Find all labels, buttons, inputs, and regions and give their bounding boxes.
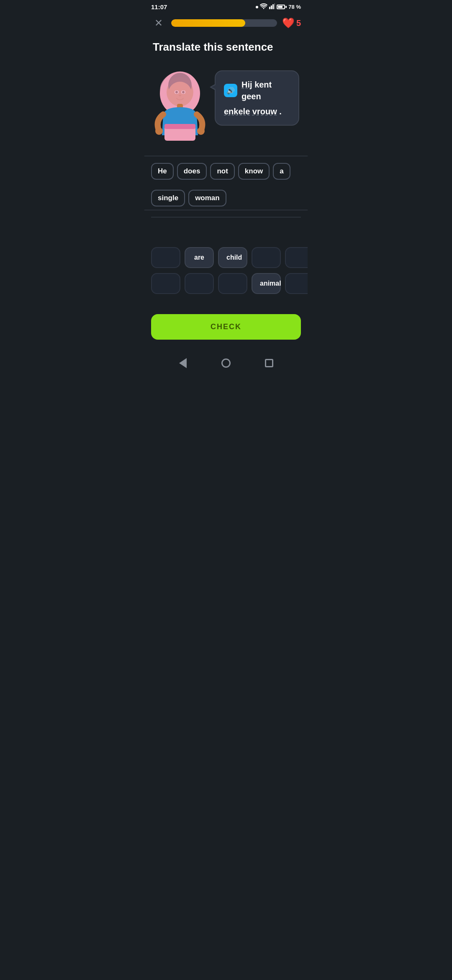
- word-chip-empty-5[interactable]: [185, 273, 214, 294]
- word-chip-empty-4[interactable]: [151, 273, 180, 294]
- check-button[interactable]: CHECK: [151, 314, 301, 340]
- bubble-word-enkele: enkele: [224, 107, 250, 116]
- bubble-text-line2: enkele vrouw .: [224, 106, 290, 117]
- status-time: 11:07: [151, 3, 167, 10]
- answer-words-row1: He does not know a: [151, 156, 301, 183]
- top-bar: ✕ ❤️ 5: [144, 12, 308, 34]
- answer-area: He does not know a single woman: [144, 156, 308, 210]
- answer-chip-not[interactable]: not: [210, 163, 234, 180]
- bubble-word-hij: Hij: [241, 80, 252, 89]
- svg-rect-0: [269, 7, 270, 9]
- check-button-container: CHECK: [144, 307, 308, 346]
- svg-rect-16: [164, 124, 195, 129]
- answer-chip-woman[interactable]: woman: [188, 190, 226, 206]
- bubble-text-line1: Hij kent geen: [241, 79, 290, 102]
- word-bank-row2: animal: [151, 273, 301, 294]
- svg-rect-3: [274, 3, 275, 9]
- svg-rect-2: [272, 4, 274, 9]
- word-chip-empty-2[interactable]: [252, 247, 281, 268]
- speaker-button[interactable]: 🔊: [224, 84, 237, 97]
- close-button[interactable]: ✕: [151, 15, 166, 31]
- word-chip-empty-1[interactable]: [151, 247, 180, 268]
- nav-home-button[interactable]: [218, 355, 234, 371]
- word-chip-are[interactable]: are: [185, 247, 214, 268]
- answer-chip-single[interactable]: single: [151, 190, 185, 206]
- character-section: 🔊 Hij kent geen enkele vrouw .: [144, 59, 308, 152]
- speech-bubble[interactable]: 🔊 Hij kent geen enkele vrouw .: [215, 70, 299, 126]
- nav-recent-button[interactable]: [261, 355, 277, 371]
- word-chip-animal[interactable]: animal: [252, 273, 281, 294]
- battery-percent: 78 %: [288, 4, 301, 10]
- status-icons: 78 %: [256, 3, 301, 10]
- answer-chip-a[interactable]: a: [273, 163, 290, 180]
- svg-point-17: [155, 127, 163, 135]
- battery-icon: [277, 5, 287, 9]
- wifi-icon: [260, 3, 267, 10]
- bubble-period: .: [279, 107, 282, 116]
- divider-area: [144, 217, 308, 242]
- back-icon: [179, 358, 187, 368]
- speaker-icon: 🔊: [226, 87, 235, 95]
- svg-point-18: [197, 127, 205, 135]
- nav-bar: [144, 350, 308, 378]
- answer-chip-know[interactable]: know: [238, 163, 270, 180]
- word-chip-empty-3[interactable]: [285, 247, 308, 268]
- answer-chip-does[interactable]: does: [177, 163, 207, 180]
- bubble-word-vrouw2: vrouw: [252, 107, 277, 116]
- word-chip-empty-7[interactable]: [285, 273, 308, 294]
- answer-words-row2: single woman: [151, 183, 301, 210]
- recent-icon: [265, 359, 273, 367]
- page-title: Translate this sentence: [144, 34, 308, 59]
- hearts-count: 5: [296, 18, 301, 28]
- word-bank: are child animal: [144, 242, 308, 304]
- hearts-container: ❤️ 5: [282, 17, 301, 29]
- status-bar: 11:07 78 %: [144, 0, 308, 12]
- bubble-header: 🔊 Hij kent geen: [224, 79, 290, 102]
- word-chip-empty-6[interactable]: [218, 273, 247, 294]
- character: [153, 62, 211, 146]
- character-illustration: [153, 62, 207, 146]
- signal-dot-icon: [256, 6, 258, 8]
- home-icon: [221, 358, 231, 368]
- heart-icon: ❤️: [282, 17, 295, 29]
- nav-back-button[interactable]: [175, 355, 191, 371]
- word-chip-child[interactable]: child: [218, 247, 247, 268]
- signal-icon: [269, 3, 275, 10]
- close-icon: ✕: [154, 17, 163, 29]
- word-bank-row1: are child: [151, 247, 301, 268]
- svg-rect-1: [271, 5, 272, 9]
- progress-bar: [171, 19, 277, 27]
- progress-fill: [171, 19, 245, 27]
- divider-line: [151, 217, 301, 217]
- answer-chip-he[interactable]: He: [151, 163, 174, 180]
